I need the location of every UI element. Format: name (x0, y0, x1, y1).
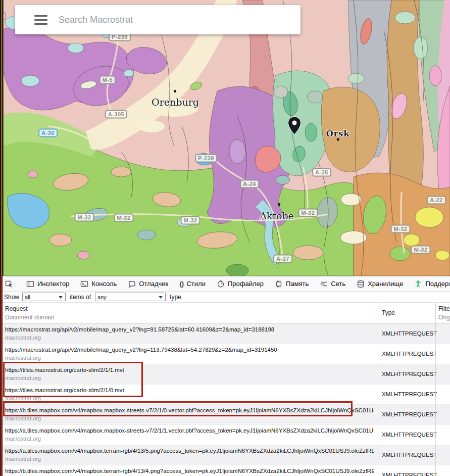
city-dot (174, 90, 176, 92)
road-badge: A-30 (38, 129, 58, 137)
table-row[interactable]: https://b.tiles.mapbox.com/v4/mapbox.ter… (0, 465, 450, 476)
braces-icon: { } (179, 280, 183, 288)
road-badge: M-32 (298, 209, 318, 217)
column-document-domain: Document domain (5, 314, 54, 321)
request-url: https://macrostrat.org/api/v2/mobile/map… (5, 326, 374, 332)
request-domain: macrostrat.org (5, 335, 41, 341)
table-row[interactable]: https://macrostrat.org/api/v2/mobile/map… (0, 344, 450, 364)
window-edge (0, 0, 4, 276)
profiler-icon (217, 280, 225, 288)
city-dot (278, 203, 280, 206)
type-label: type (170, 294, 181, 301)
request-type: XMLHTTPREQUEST (382, 472, 437, 476)
column-divider (435, 303, 436, 476)
tab-console[interactable]: Консоль (75, 276, 122, 291)
console-icon (80, 280, 88, 288)
tab-network[interactable]: Сеть (314, 276, 351, 291)
devtools-panel: Инспектор Консоль Отладчик { } Стили (0, 276, 450, 476)
request-domain: macrostrat.org (5, 395, 41, 401)
window-edge (0, 276, 3, 476)
road-badge: M-32 (114, 214, 133, 222)
city-label-aktobe: Aktobe (260, 210, 294, 221)
tab-debugger[interactable]: Отладчик (122, 276, 174, 291)
items-of-label: items of (70, 294, 91, 301)
column-origin: Origi (438, 314, 450, 321)
request-domain: macrostrat.org (5, 355, 41, 361)
table-row[interactable]: https://b.tiles.mapbox.com/v4/mapbox.map… (0, 405, 450, 425)
request-domain: macrostrat.org (5, 375, 41, 381)
road-badge: P-239 (195, 154, 217, 163)
column-type[interactable]: Type (382, 309, 395, 316)
table-row[interactable]: https://a.tiles.mapbox.com/v4/mapbox.ter… (0, 445, 450, 465)
request-table-header[interactable]: Request Document domain Type Filter Orig… (0, 303, 450, 324)
road-badge: A-22 (427, 196, 446, 205)
request-type: XMLHTTPREQUEST (382, 452, 437, 458)
type-select[interactable]: any (95, 293, 166, 301)
table-row[interactable]: https://macrostrat.org/api/v2/mobile/map… (0, 324, 450, 344)
request-type: XMLHTTPREQUEST (382, 371, 437, 377)
road-badge: M-32 (180, 216, 200, 225)
request-url: https://a.tiles.mapbox.com/v4/mapbox.map… (5, 427, 374, 434)
road-badge: M-32 (74, 213, 94, 222)
pick-element-icon[interactable] (0, 276, 18, 291)
inspector-icon (26, 280, 34, 288)
table-row[interactable]: https://a.tiles.mapbox.com/v4/mapbox.map… (0, 425, 450, 445)
request-type: XMLHTTPREQUEST (382, 411, 437, 417)
geologic-map[interactable]: Orenburg Orsk Aktobe 6 P-239 M-5 A-305 A… (0, 0, 450, 276)
debugger-icon (128, 280, 136, 288)
network-icon (320, 280, 328, 288)
menu-icon[interactable] (34, 15, 47, 25)
request-type: XMLHTTPREQUEST (382, 432, 437, 438)
search-bar (15, 5, 301, 34)
request-url: https://tiles.macrostrat.org/carto-slim/… (5, 387, 374, 393)
request-type: XMLHTTPREQUEST (382, 330, 437, 337)
request-domain: macrostrat.org (5, 456, 41, 462)
road-badge: A-305 (105, 110, 127, 119)
request-domain: macrostrat.org (5, 436, 41, 442)
chevron-down-icon (59, 296, 63, 299)
column-request[interactable]: Request (5, 305, 28, 312)
column-filter[interactable]: Filter (438, 305, 450, 312)
request-url: https://macrostrat.org/api/v2/mobile/map… (5, 347, 374, 353)
request-domain: macrostrat.org (5, 415, 41, 421)
geologic-map-canvas (0, 0, 450, 276)
road-badge: A-25 (312, 168, 331, 177)
devtools-toolbar: Инспектор Консоль Отладчик { } Стили (0, 276, 450, 292)
request-type: XMLHTTPREQUEST (382, 351, 437, 357)
column-divider (378, 303, 378, 476)
road-badge: M-32 (411, 246, 430, 254)
table-row[interactable]: https://tiles.macrostrat.org/carto-slim/… (0, 364, 450, 385)
request-url: https://tiles.macrostrat.org/carto-slim/… (5, 367, 374, 373)
show-select[interactable]: all (22, 293, 66, 301)
chevron-down-icon (159, 296, 163, 299)
city-label-orsk: Orsk (326, 129, 349, 138)
tab-inspector[interactable]: Инспектор (21, 276, 75, 291)
request-url: https://b.tiles.mapbox.com/v4/mapbox.ter… (5, 468, 374, 474)
road-badge: M-32 (390, 225, 410, 233)
tab-memory[interactable]: Память (269, 276, 314, 291)
tab-accessibility[interactable]: Поддержка доступности (409, 276, 450, 291)
tab-style-editor[interactable]: { } Стили (174, 276, 211, 291)
road-badge: A-24 (240, 180, 259, 188)
table-row[interactable]: https://tiles.macrostrat.org/carto-slim/… (0, 385, 450, 405)
request-url: https://a.tiles.mapbox.com/v4/mapbox.ter… (5, 448, 374, 454)
show-label: Show (4, 294, 19, 301)
tab-profiler[interactable]: Профайлер (211, 276, 269, 291)
request-type: XMLHTTPREQUEST (382, 391, 437, 397)
request-url: https://b.tiles.mapbox.com/v4/mapbox.map… (5, 407, 374, 413)
storage-icon (357, 280, 365, 288)
app-screen: Orenburg Orsk Aktobe 6 P-239 M-5 A-305 A… (0, 0, 450, 476)
road-badge: M-5 (99, 76, 116, 84)
city-label-orenburg: Orenburg (152, 97, 199, 108)
accessibility-icon (414, 280, 422, 288)
tab-storage[interactable]: Хранилище (351, 276, 409, 291)
request-table-body: https://macrostrat.org/api/v2/mobile/map… (0, 324, 450, 476)
map-marker-icon[interactable] (287, 116, 302, 135)
road-badge: A-27 (273, 255, 292, 263)
network-filter-bar: Show all items of any type (0, 292, 450, 303)
search-input[interactable] (58, 14, 301, 26)
memory-icon (275, 280, 283, 288)
